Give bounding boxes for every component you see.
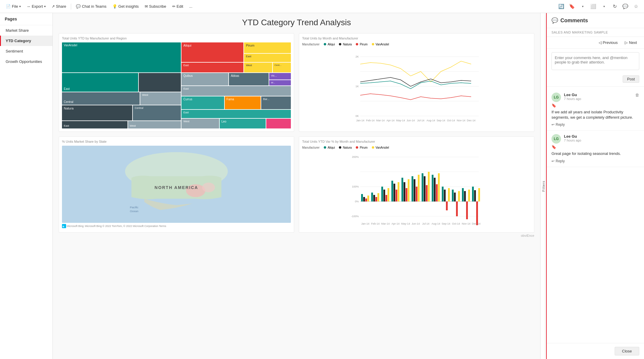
separator	[71, 4, 71, 9]
svg-text:Mar-14: Mar-14	[376, 119, 385, 122]
sidebar-item-growth-opportunities[interactable]: Growth Opportunities	[0, 56, 52, 67]
tm-r-currus: Currus Fama Bar...	[181, 96, 291, 109]
post-button-row: Post	[551, 73, 639, 83]
comments-nav: ◁ Previous ▷ Next	[547, 37, 644, 49]
sidebar-item-sentiment[interactable]: Sentiment	[0, 46, 52, 56]
svg-text:Sep-14: Sep-14	[441, 222, 450, 225]
comment-input[interactable]	[551, 52, 639, 70]
svg-rect-86	[458, 191, 460, 201]
post-button[interactable]: Post	[623, 75, 639, 83]
comment-icon: 💬	[551, 17, 558, 24]
map-credit: B Microsoft Bing Microsoft Bing © 2022 T…	[62, 224, 291, 228]
filters-panel[interactable]: Filters	[540, 13, 546, 359]
favorite-button[interactable]: ☆	[632, 2, 640, 11]
chevron-down-icon: ▾	[19, 5, 21, 8]
svg-rect-82	[448, 188, 450, 201]
chat-in-teams-button[interactable]: 💬 Chat in Teams	[74, 3, 109, 10]
comment-top: LG Lee Gu 7 hours ago	[551, 134, 639, 144]
line-chart-legend: Manufacturer Aliqui Natura Pirum	[302, 42, 531, 46]
svg-rect-65	[406, 188, 407, 201]
svg-rect-71	[422, 173, 423, 201]
comment-body: Great page for isolating seasonal trends…	[551, 151, 639, 156]
previous-icon: ◁	[599, 40, 602, 45]
comment-bookmark-row: 🔖	[551, 103, 639, 108]
comment-item: LG Lee Gu 7 hours ago 🔖 Great page for i…	[547, 131, 644, 167]
share-button[interactable]: ↗ Share	[49, 3, 69, 10]
previous-button[interactable]: ◁ Previous	[596, 39, 620, 46]
svg-rect-68	[414, 179, 415, 201]
insights-icon: 💡	[112, 4, 117, 9]
sidebar-item-ytd-category[interactable]: YTD Category	[0, 36, 52, 46]
svg-text:Oct-14: Oct-14	[452, 222, 460, 225]
chart-line[interactable]: Total Units by Month and Manufacturer Ma…	[299, 33, 534, 132]
view-button[interactable]: ⬜	[589, 2, 598, 11]
svg-text:-100%: -100%	[351, 215, 359, 218]
svg-rect-70	[418, 175, 420, 201]
file-menu[interactable]: 📄 File ▾	[4, 3, 23, 10]
get-insights-button[interactable]: 💡 Get insights	[110, 3, 141, 10]
tm-r-mid: East West Cent...	[181, 63, 291, 72]
svg-text:Ocean: Ocean	[130, 209, 138, 213]
svg-text:Jan-14: Jan-14	[361, 222, 369, 225]
close-button[interactable]: Close	[615, 347, 639, 355]
svg-text:Dec-14: Dec-14	[472, 222, 480, 225]
svg-text:Sep-14: Sep-14	[436, 119, 445, 122]
tm-r-leo: West Leo	[181, 119, 291, 128]
chart-bar[interactable]: Total Units YTD Var % by Month and Manuf…	[299, 136, 534, 233]
delete-button[interactable]: 🗑	[635, 93, 639, 97]
map-container: NORTH AMERICA Pacific Ocean	[62, 146, 291, 223]
comment-item: LG Lee Gu 7 hours ago 🗑 🔖 If we add all …	[547, 89, 644, 131]
tm-mid-row: East	[62, 73, 181, 92]
tm-west-yellow: West	[244, 63, 272, 72]
export-menu[interactable]: ↔ Export ▾	[24, 3, 48, 10]
svg-text:Pacific: Pacific	[130, 206, 138, 209]
subscribe-button[interactable]: ✉ Subscribe	[142, 3, 169, 10]
svg-rect-73	[426, 185, 428, 201]
tm-pirum-col: Pirum East	[244, 42, 291, 62]
reply-icon: ↩	[551, 123, 554, 127]
chart-treemap[interactable]: Total Units YTD by Manufacturer and Regi…	[59, 33, 294, 132]
tm-w: W...	[269, 80, 291, 85]
reply-button[interactable]: ↩ Reply	[551, 123, 565, 127]
chart4-title: Total Units YTD Var % by Month and Manuf…	[302, 140, 531, 143]
vanarsdel-bar-legend	[371, 146, 375, 149]
svg-rect-83	[452, 190, 454, 201]
comment-button[interactable]: 💬	[621, 2, 630, 11]
next-icon: ▷	[625, 40, 628, 45]
bookmark-icon: 🔖	[551, 103, 556, 108]
chevron-down-icon[interactable]: ▾	[578, 2, 587, 11]
tm-west	[139, 73, 181, 92]
svg-rect-67	[412, 176, 413, 201]
sidebar-item-market-share[interactable]: Market Share	[0, 25, 52, 36]
chart-map[interactable]: % Units Market Share by State	[59, 136, 294, 233]
reload-button[interactable]: ↻	[610, 2, 619, 11]
svg-rect-49	[365, 198, 367, 201]
chevron-down-icon2[interactable]: ▾	[600, 2, 608, 11]
svg-point-3	[372, 43, 374, 45]
refresh-button[interactable]: 🔄	[557, 2, 566, 11]
comments-header: 💬 Comments	[547, 13, 644, 28]
comment-meta: Lee Gu 7 hours ago	[564, 93, 632, 101]
export-icon: ↔	[27, 4, 31, 9]
svg-point-33	[324, 146, 326, 149]
svg-rect-84	[454, 193, 456, 201]
svg-rect-88	[464, 191, 466, 201]
bookmark-button[interactable]: 🔖	[568, 2, 576, 11]
filters-label: Filters	[541, 178, 546, 194]
more-menu[interactable]: ...	[187, 3, 195, 10]
svg-rect-64	[404, 182, 405, 201]
svg-text:0%: 0%	[355, 200, 359, 203]
svg-rect-51	[371, 193, 373, 201]
reply-button[interactable]: ↩ Reply	[551, 159, 565, 163]
svg-text:0K: 0K	[356, 115, 359, 117]
svg-rect-91	[472, 187, 474, 201]
comment-time: 7 hours ago	[564, 97, 632, 101]
svg-text:Oct-14: Oct-14	[447, 119, 455, 122]
charts-grid: Total Units YTD by Manufacturer and Regi…	[59, 33, 534, 233]
next-button[interactable]: ▷ Next	[622, 39, 639, 46]
edit-button[interactable]: ✏ Edit	[170, 3, 186, 10]
tm-central2: Central	[133, 105, 181, 120]
page-content: YTD Category Trend Analysis Total Units …	[53, 13, 540, 359]
svg-point-1	[339, 43, 341, 45]
pirum-legend-dot	[355, 42, 359, 46]
